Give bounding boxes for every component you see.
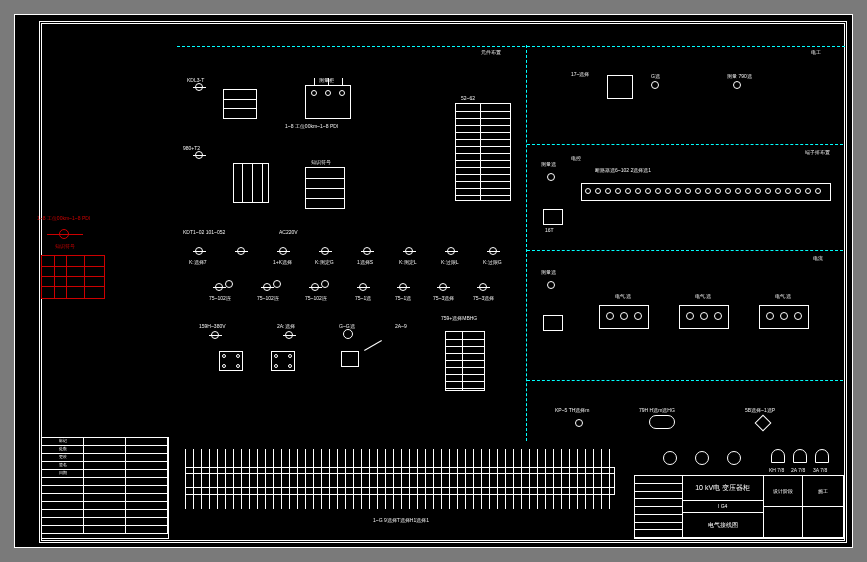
terminal-tick: [233, 449, 234, 509]
rn7-label: K:过限L: [441, 259, 459, 265]
knife-label: 2A~9: [395, 323, 407, 329]
terminal-tick: [505, 449, 506, 509]
ctrl-range-label: KDT1~02 101~052: [183, 229, 225, 235]
bell1-label: KH 7/8: [769, 467, 784, 473]
row2-node-5: [399, 283, 407, 291]
terminal-tick: [265, 449, 266, 509]
terminal-tick: [361, 449, 362, 509]
r2n4-label: 75~1选: [355, 295, 371, 301]
terminal-tick: [369, 449, 370, 509]
row-node-7: [447, 247, 455, 255]
terminal-tick: [353, 449, 354, 509]
terminal-tick: [281, 449, 282, 509]
terminal-tick: [329, 449, 330, 509]
terminal-tick: [193, 449, 194, 509]
ct2-label: 电气.选: [695, 293, 711, 299]
terminal-tick: [313, 449, 314, 509]
row2-node-3: [311, 283, 319, 291]
relay-strip: [445, 331, 485, 391]
sw2-label: 2A:选择: [277, 323, 295, 329]
terminal-tick: [425, 449, 426, 509]
row2-node-1b: [225, 280, 233, 288]
row-node-4: [321, 247, 329, 255]
r1-gx: G选: [651, 73, 660, 79]
knife-switch: [341, 351, 359, 367]
revision-table: 标记 处数 更改 签名 日期: [41, 437, 169, 539]
terminal-tick: [305, 449, 306, 509]
terminal-tick: [393, 449, 394, 509]
r1-item1: 17~选择: [571, 71, 589, 77]
terminal-tick: [201, 449, 202, 509]
r2-bus-label: 测量选: [541, 161, 556, 167]
plc-label: 52~62: [461, 95, 475, 101]
row-node-1: [195, 247, 203, 255]
ct3-label: 电气.选: [775, 293, 791, 299]
r2n5-label: 75~1选: [395, 295, 411, 301]
r3-bus-node: [547, 281, 555, 289]
terminal-r2-circles: [581, 183, 831, 201]
contactor: [233, 163, 269, 203]
title-sub: I G4: [683, 501, 763, 514]
row-node-5: [363, 247, 371, 255]
terminal-tick: [337, 449, 338, 509]
rn1-label: K:选择7: [189, 259, 207, 265]
main-terminal-strip: [185, 449, 615, 509]
terminal-tick: [537, 449, 538, 509]
terminal-tick: [593, 449, 594, 509]
terminal-tick: [185, 449, 186, 509]
row2-node-4: [359, 283, 367, 291]
bell-2: [793, 449, 807, 463]
r1-circ-2: [733, 81, 741, 89]
node-k1: [195, 83, 203, 91]
r2-term-title: 断路器选6~102 2选择选1: [595, 167, 651, 173]
row2-node-6: [439, 283, 447, 291]
terminal-tick: [521, 449, 522, 509]
r1-block: [607, 75, 633, 99]
row2-node-1: [215, 283, 223, 291]
terminal-tick: [457, 449, 458, 509]
terminal-tick: [297, 449, 298, 509]
row-node-6: [405, 247, 413, 255]
terminal-tick: [561, 449, 562, 509]
indicator-2: [695, 451, 709, 465]
bell-1: [771, 449, 785, 463]
r2n6-label: 75~3选择: [433, 295, 454, 301]
contactor-label: 知识符号: [311, 159, 331, 165]
rev-h5: 日期: [42, 470, 84, 477]
r2n3-label: 75~102连: [305, 295, 327, 301]
terminal-tick: [345, 449, 346, 509]
terminal-tick: [449, 449, 450, 509]
contactor-2: [305, 167, 345, 209]
ct-block-2: [679, 305, 729, 329]
terminal-tick: [529, 449, 530, 509]
terminal-tick: [497, 449, 498, 509]
bell3-label: 3A 7/8: [813, 467, 827, 473]
terminal-tick: [209, 449, 210, 509]
ct-block-1: [599, 305, 649, 329]
r2n2-label: 75~102连: [257, 295, 279, 301]
legend-red: 1~8 工位00km~1~8 PDI 知识符号: [37, 215, 149, 301]
terminal-tick: [441, 449, 442, 509]
terminal-tick: [417, 449, 418, 509]
r2-bus-node: [547, 173, 555, 181]
sb-label: 5B选择~1选P: [745, 407, 775, 413]
breaker-label: 1~8 工位00km~1~8 PDI: [285, 123, 338, 129]
terminal-tick: [569, 449, 570, 509]
stage-value: 施工: [803, 476, 843, 507]
terminal-tick: [249, 449, 250, 509]
bell2-label: 2A 7/8: [791, 467, 805, 473]
indicator-3: [727, 451, 741, 465]
terminal-tick: [513, 449, 514, 509]
terminal-tick: [433, 449, 434, 509]
terminal-tick: [545, 449, 546, 509]
r2n1-label: 75~102连: [209, 295, 231, 301]
cad-canvas[interactable]: 元件布置 电工 端子排布置 电流 1~8 工位00km~1~8 PDI 知识符号…: [14, 14, 853, 548]
relay-strip-label: 759+选择MBHG: [441, 315, 477, 321]
ct1-label: 电气.选: [615, 293, 631, 299]
node-k1-label: KDL3-T: [187, 77, 204, 83]
terminal-tick: [321, 449, 322, 509]
rn8-label: K:过限G: [483, 259, 502, 265]
section3-label: 端子排布置: [805, 149, 830, 155]
sw-n3-circle: [343, 329, 353, 339]
rev-h3: 更改: [42, 454, 84, 461]
